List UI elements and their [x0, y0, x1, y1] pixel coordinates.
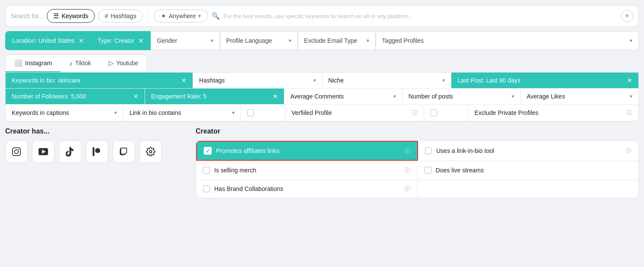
does-live-streams-cell[interactable]: Does live streams [418, 161, 639, 179]
avg-comments-filter[interactable]: Average Comments ▾ [284, 89, 402, 104]
instagram-social-icon[interactable] [5, 140, 28, 163]
niche-chevron-icon: ▾ [442, 77, 445, 83]
creator-title: Creator [196, 127, 639, 135]
verified-profile-check[interactable] [241, 105, 285, 121]
promotes-affiliates-checkbox[interactable]: ✓ [204, 147, 212, 155]
creator-grid-row-1: ✓ Promotes affiliates links ⓘ Uses a lin… [196, 141, 638, 161]
bottom-section: Creator has... [5, 127, 639, 198]
exclude-private-checkbox[interactable] [430, 109, 437, 116]
tiktok-social-icon[interactable] [59, 140, 81, 163]
search-input-area: 🔍 For the best results, use specific key… [212, 12, 618, 20]
chevron-down-icon: ▾ [198, 13, 201, 19]
exclude-private-info-icon[interactable]: ⓘ [627, 109, 632, 117]
creator-has-section: Creator has... [5, 127, 187, 198]
filter-grid-row-3: Keywords in captions ▾ Link in bio conta… [6, 105, 638, 121]
svg-rect-7 [123, 150, 124, 152]
verified-info-icon[interactable]: ⓘ [412, 109, 418, 117]
hashtags-filter[interactable]: Hashtags ▾ [193, 73, 322, 88]
filter-grid-row-2: Number of Followers: 5,000 ✕ Engagement … [6, 89, 638, 105]
youtube-social-icon[interactable] [32, 140, 55, 163]
tiktok-tab-icon: ♪ [69, 60, 73, 67]
engagement-filter[interactable]: Engagement Rate: 5 ✕ [145, 89, 284, 104]
has-brand-collab-info-icon[interactable]: ⓘ [405, 185, 410, 193]
patreon-social-icon[interactable] [86, 140, 108, 163]
search-icon: 🔍 [212, 12, 220, 20]
gear-social-icon[interactable] [139, 140, 162, 163]
link-in-bio-filter[interactable]: Link in bio contains ▾ [123, 105, 241, 121]
creator-grid-row-3: Has Brand Collaborations ⓘ [196, 180, 638, 198]
keywords-bio-filter[interactable]: Keywords in bio: skincare ✕ [6, 73, 193, 88]
link-in-bio-chevron-icon: ▾ [232, 110, 235, 116]
svg-point-2 [18, 149, 19, 150]
search-for-label: Search for... [11, 13, 43, 19]
hashtags-button[interactable]: # Hashtags [98, 10, 143, 22]
type-filter-tag[interactable]: Type: Creator ✕ [91, 31, 151, 50]
tab-instagram[interactable]: ⬜ Instagram [6, 55, 61, 72]
svg-point-9 [149, 150, 152, 153]
platform-filters-grid: Keywords in bio: skincare ✕ Hashtags ▾ N… [5, 72, 639, 121]
platform-tabs: ⬜ Instagram ♪ Tiktok ▷ Youtube [5, 54, 147, 72]
keywords-captions-chevron-icon: ▾ [114, 110, 117, 116]
promotes-affiliates-cell[interactable]: ✓ Promotes affiliates links ⓘ [196, 141, 418, 161]
followers-filter[interactable]: Number of Followers: 5,000 ✕ [6, 89, 145, 104]
engagement-close-icon[interactable]: ✕ [273, 93, 278, 100]
has-brand-collab-cell[interactable]: Has Brand Collaborations ⓘ [196, 180, 418, 198]
search-add-button[interactable]: + [621, 10, 633, 22]
creator-has-title: Creator has... [5, 127, 187, 135]
instagram-tab-icon: ⬜ [14, 59, 23, 67]
hashtags-chevron-icon: ▾ [313, 77, 316, 83]
avg-likes-chevron-icon: ▾ [630, 93, 632, 99]
does-live-streams-checkbox[interactable] [425, 167, 431, 174]
avg-comments-chevron-icon: ▾ [393, 93, 396, 99]
tagged-profiles-dropdown[interactable]: Tagged Profiles ▾ [376, 31, 639, 50]
niche-filter[interactable]: Niche ▾ [322, 73, 451, 88]
last-post-filter[interactable]: Last Post: Last 90 days ✕ [451, 73, 638, 88]
keywords-button[interactable]: ☰ Keywords [47, 9, 94, 23]
type-close-icon[interactable]: ✕ [138, 37, 144, 45]
last-post-close-icon[interactable]: ✕ [627, 77, 632, 84]
keywords-captions-filter[interactable]: Keywords in captions ▾ [6, 105, 123, 121]
is-selling-merch-checkbox[interactable] [203, 167, 210, 174]
filter-grid-row-1: Keywords in bio: skincare ✕ Hashtags ▾ N… [6, 73, 638, 89]
anywhere-button[interactable]: ✦ Anywhere ▾ [154, 10, 208, 22]
location-filter-tag[interactable]: Location: United States ✕ [5, 31, 91, 50]
exclude-email-chevron-icon: ▾ [367, 38, 369, 44]
uses-link-in-bio-cell[interactable]: Uses a link-in-bio tool ⓘ [418, 141, 638, 161]
svg-point-1 [14, 149, 18, 153]
tab-youtube[interactable]: ▷ Youtube [100, 55, 147, 72]
keywords-icon: ☰ [53, 12, 59, 20]
is-selling-merch-info-icon[interactable]: ⓘ [405, 166, 410, 174]
uses-link-in-bio-checkbox[interactable] [425, 147, 432, 154]
followers-close-icon[interactable]: ✕ [133, 93, 138, 100]
uses-link-in-bio-info-icon[interactable]: ⓘ [626, 147, 631, 155]
avg-likes-filter[interactable]: Average Likes ▾ [521, 89, 638, 104]
num-posts-filter[interactable]: Number of posts ▾ [402, 89, 521, 104]
creator-grid: ✓ Promotes affiliates links ⓘ Uses a lin… [196, 140, 639, 198]
profile-language-dropdown[interactable]: Profile Language ▾ [220, 31, 298, 50]
exclude-private-check[interactable] [424, 105, 468, 121]
num-posts-chevron-icon: ▾ [512, 93, 514, 99]
profile-language-chevron-icon: ▾ [289, 38, 291, 44]
is-selling-merch-cell[interactable]: Is selling merch ⓘ [196, 161, 418, 179]
hashtag-icon: # [105, 13, 108, 19]
separator [148, 10, 148, 22]
verified-profile-label-cell: Verfiiled Profile ⓘ [285, 105, 424, 121]
exclude-email-dropdown[interactable]: Exclude Email Type ▾ [298, 31, 376, 50]
has-brand-collab-checkbox[interactable] [203, 185, 210, 192]
tagged-profiles-chevron-icon: ▾ [630, 38, 632, 44]
location-close-icon[interactable]: ✕ [78, 37, 84, 45]
filter-row: Location: United States ✕ Type: Creator … [5, 31, 639, 50]
svg-rect-8 [125, 150, 126, 152]
youtube-tab-icon: ▷ [109, 59, 114, 67]
promotes-affiliates-info-icon[interactable]: ⓘ [405, 147, 410, 155]
empty-cell [418, 180, 639, 198]
verified-checkbox[interactable] [247, 109, 254, 116]
creator-section: Creator ✓ Promotes affiliates links ⓘ Us… [196, 127, 639, 198]
svg-point-5 [95, 148, 100, 153]
keywords-bio-close-icon[interactable]: ✕ [181, 77, 187, 84]
search-bar: Search for... ☰ Keywords # Hashtags ✦ An… [5, 5, 639, 27]
twitch-social-icon[interactable] [113, 140, 135, 163]
tab-tiktok[interactable]: ♪ Tiktok [61, 55, 100, 72]
gender-dropdown[interactable]: Gender ▾ [151, 31, 220, 50]
svg-rect-0 [13, 148, 20, 156]
